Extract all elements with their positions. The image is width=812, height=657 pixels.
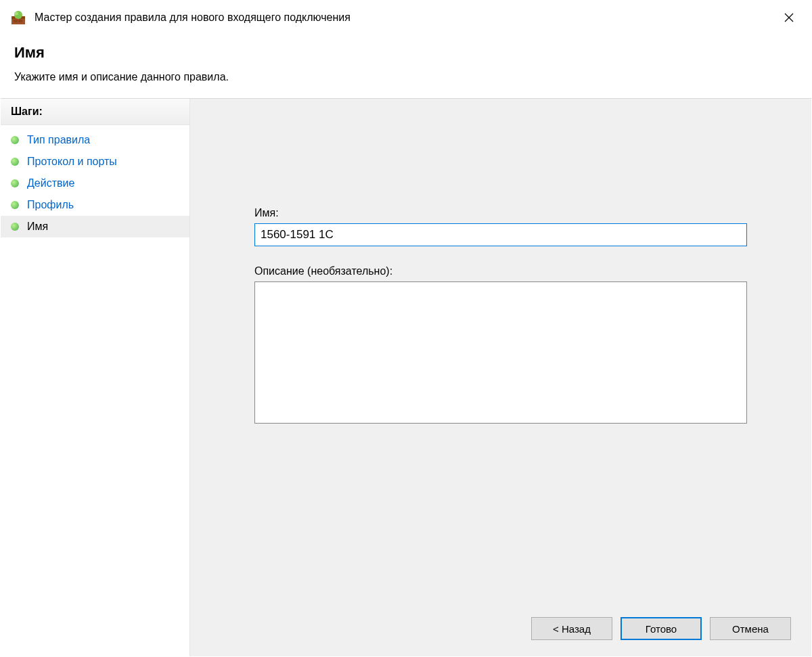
body-section: Шаги: Тип правила Протокол и порты Дейст…: [1, 99, 811, 656]
sidebar-step-rule-type[interactable]: Тип правила: [1, 129, 189, 151]
step-label: Протокол и порты: [27, 156, 117, 168]
close-button[interactable]: [773, 7, 805, 28]
titlebar: Мастер создания правила для нового входя…: [1, 1, 811, 35]
form-area: Имя: Описание (необязательно):: [190, 99, 811, 605]
step-bullet-icon: [11, 201, 19, 209]
svg-rect-4: [14, 20, 18, 22]
step-label: Имя: [27, 221, 48, 233]
svg-point-7: [14, 12, 18, 16]
step-bullet-icon: [11, 179, 19, 187]
sidebar-items: Тип правила Протокол и порты Действие Пр…: [1, 125, 189, 237]
button-bar: < Назад Готово Отмена: [190, 605, 811, 656]
page-title: Имя: [14, 44, 798, 62]
header-section: Имя Укажите имя и описание данного прави…: [1, 35, 811, 99]
page-subtitle: Укажите имя и описание данного правила.: [14, 71, 798, 83]
step-label: Тип правила: [27, 134, 90, 146]
description-input[interactable]: [254, 281, 747, 424]
name-label: Имя:: [254, 207, 747, 219]
back-button[interactable]: < Назад: [531, 617, 612, 640]
main-content: Имя: Описание (необязательно): < Назад Г…: [190, 99, 811, 656]
finish-button[interactable]: Готово: [621, 617, 702, 640]
description-label: Описание (необязательно):: [254, 265, 747, 277]
svg-rect-5: [18, 20, 22, 22]
step-bullet-icon: [11, 223, 19, 231]
sidebar-header: Шаги:: [1, 99, 189, 125]
step-bullet-icon: [11, 136, 19, 144]
step-label: Профиль: [27, 199, 74, 211]
sidebar-step-name[interactable]: Имя: [1, 216, 189, 237]
close-icon: [784, 13, 794, 22]
window-title: Мастер создания правила для нового входя…: [35, 12, 773, 24]
firewall-icon: [12, 11, 25, 24]
sidebar: Шаги: Тип правила Протокол и порты Дейст…: [1, 99, 190, 656]
step-label: Действие: [27, 177, 74, 189]
description-group: Описание (необязательно):: [254, 265, 747, 426]
wizard-window: Мастер создания правила для нового входя…: [0, 0, 812, 657]
sidebar-step-action[interactable]: Действие: [1, 173, 189, 194]
sidebar-step-protocol-ports[interactable]: Протокол и порты: [1, 151, 189, 173]
step-bullet-icon: [11, 158, 19, 166]
name-group: Имя:: [254, 207, 747, 246]
cancel-button[interactable]: Отмена: [710, 617, 791, 640]
sidebar-step-profile[interactable]: Профиль: [1, 194, 189, 216]
name-input[interactable]: [254, 223, 747, 246]
